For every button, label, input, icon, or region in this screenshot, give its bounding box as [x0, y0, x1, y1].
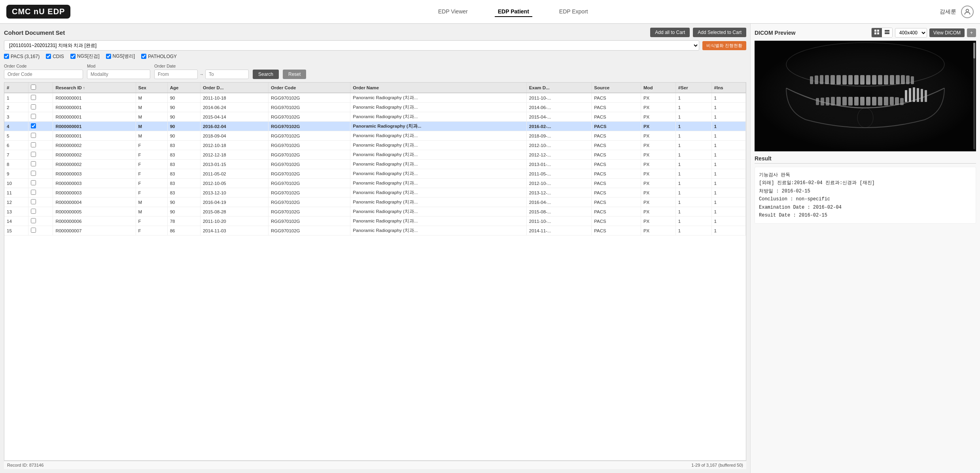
- cell-checkbox[interactable]: [28, 131, 53, 141]
- dicom-title: DICOM Preview: [755, 30, 871, 36]
- checkbox-ngs-jingeom[interactable]: NGS[진검]: [70, 53, 100, 60]
- avatar[interactable]: [961, 6, 974, 18]
- cell-mod: PX: [641, 112, 675, 122]
- cell-source: PACS: [592, 217, 641, 226]
- tab-edp-export[interactable]: EDP Export: [556, 7, 591, 17]
- tab-edp-patient[interactable]: EDP Patient: [495, 7, 532, 17]
- checkbox-ngs-byeongri[interactable]: NGS[병리]: [106, 53, 135, 60]
- grid-view-button[interactable]: [872, 28, 882, 37]
- table-row[interactable]: 6 R000000002 F 83 2012-10-18 RGG970102G …: [4, 141, 746, 150]
- table-row[interactable]: 14 R000000006 F 78 2011-10-20 RGG970102G…: [4, 217, 746, 226]
- table-row[interactable]: 3 R000000001 M 90 2015-04-14 RGG970102G …: [4, 112, 746, 122]
- cell-order-date: 2011-05-02: [200, 169, 268, 179]
- cell-research-id: R000000003: [53, 169, 136, 179]
- date-to-input[interactable]: [205, 70, 249, 79]
- cell-order-date: 2011-10-18: [200, 93, 268, 103]
- table-row[interactable]: 13 R000000005 M 90 2015-08-28 RGG970102G…: [4, 207, 746, 217]
- cell-ser: 1: [675, 103, 711, 112]
- cell-order-name: Panoramic Radiography (치과...: [350, 141, 526, 150]
- reset-button[interactable]: Reset: [283, 70, 306, 79]
- nonstandard-button[interactable]: 비식별화 진행현황: [702, 41, 746, 50]
- cell-checkbox[interactable]: [28, 188, 53, 198]
- select-all-checkbox[interactable]: [31, 85, 36, 90]
- cell-source: PACS: [592, 207, 641, 217]
- cell-order-code: RGG970102G: [269, 93, 350, 103]
- cell-research-id: R000000003: [53, 179, 136, 188]
- cell-checkbox[interactable]: [28, 207, 53, 217]
- cell-checkbox[interactable]: [28, 112, 53, 122]
- col-checkbox[interactable]: [28, 83, 53, 93]
- cell-num: 3: [4, 112, 28, 122]
- table-row[interactable]: 5 R000000001 M 90 2018-09-04 RGG970102G …: [4, 131, 746, 141]
- user-name: 감세룬: [940, 8, 956, 15]
- cell-ser: 1: [675, 188, 711, 198]
- cell-checkbox[interactable]: [28, 198, 53, 207]
- table-body: 1 R000000001 M 90 2011-10-18 RGG970102G …: [4, 93, 746, 236]
- col-exam-date: Exam D...: [526, 83, 591, 93]
- table-row[interactable]: 7 R000000002 F 83 2012-12-18 RGG970102G …: [4, 150, 746, 160]
- cell-checkbox[interactable]: [28, 179, 53, 188]
- tab-edp-viewer[interactable]: EDP Viewer: [435, 7, 471, 17]
- table-row[interactable]: 11 R000000003 F 83 2013-12-10 RGG970102G…: [4, 188, 746, 198]
- col-ser: #Ser: [675, 83, 711, 93]
- cell-num: 12: [4, 198, 28, 207]
- cell-checkbox[interactable]: [28, 226, 53, 236]
- cell-checkbox[interactable]: [28, 103, 53, 112]
- cell-order-name: Panoramic Radiography (치과...: [350, 198, 526, 207]
- cell-exam-date: 2014-06-...: [526, 103, 591, 112]
- cell-checkbox[interactable]: [28, 150, 53, 160]
- table-row[interactable]: 4 R000000001 M 90 2016-02-04 RGG970102G …: [4, 122, 746, 131]
- cell-mod: PX: [641, 188, 675, 198]
- cell-research-id: R000000004: [53, 198, 136, 207]
- cell-order-code: RGG970102G: [269, 217, 350, 226]
- add-selected-to-cart-button[interactable]: Add Selected to Cart: [693, 28, 746, 37]
- svg-rect-6: [885, 32, 889, 32]
- checkbox-pathology[interactable]: PATHOLOGY: [141, 54, 177, 59]
- list-view-button[interactable]: [882, 28, 892, 37]
- table-row[interactable]: 15 R000000007 F 86 2014-11-03 RGG970102G…: [4, 226, 746, 236]
- checkbox-pacs[interactable]: PACS (3,167): [4, 54, 40, 59]
- size-select[interactable]: 400x400 800x800 200x200: [895, 28, 927, 38]
- order-code-input[interactable]: [4, 70, 83, 79]
- cell-ser: 1: [675, 198, 711, 207]
- modality-input[interactable]: [87, 70, 150, 79]
- cell-ins: 1: [711, 226, 745, 236]
- record-id: Record ID: 873146: [7, 463, 44, 467]
- cell-ins: 1: [711, 131, 745, 141]
- cell-sex: F: [136, 179, 167, 188]
- cell-checkbox[interactable]: [28, 160, 53, 169]
- cell-exam-date: 2012-10-...: [526, 141, 591, 150]
- checkbox-cdis[interactable]: CDIS: [46, 54, 64, 59]
- cell-num: 8: [4, 160, 28, 169]
- plus-button[interactable]: +: [967, 28, 976, 37]
- cell-order-code: RGG970102G: [269, 112, 350, 122]
- cell-checkbox[interactable]: [28, 169, 53, 179]
- cell-order-code: RGG970102G: [269, 103, 350, 112]
- add-all-to-cart-button[interactable]: Add all to Cart: [650, 28, 690, 37]
- cell-age: 90: [167, 122, 200, 131]
- col-research-id[interactable]: Research ID: [53, 83, 136, 93]
- cell-ins: 1: [711, 179, 745, 188]
- cell-checkbox[interactable]: [28, 93, 53, 103]
- cell-research-id: R000000001: [53, 112, 136, 122]
- table-row[interactable]: 10 R000000003 F 83 2012-10-05 RGG970102G…: [4, 179, 746, 188]
- table-row[interactable]: 12 R000000004 M 90 2016-04-19 RGG970102G…: [4, 198, 746, 207]
- cohort-filter-select[interactable]: [20110101~20201231] 치매와 치과 [완료]: [4, 40, 699, 51]
- search-filters: Order Code Mod Order Date → Search Reset: [4, 64, 746, 79]
- cell-exam-date: 2015-04-...: [526, 112, 591, 122]
- table-row[interactable]: 9 R000000003 F 83 2011-05-02 RGG970102G …: [4, 169, 746, 179]
- cell-source: PACS: [592, 169, 641, 179]
- cell-checkbox[interactable]: [28, 122, 53, 131]
- cell-order-name: Panoramic Radiography (치과...: [350, 179, 526, 188]
- nav-tabs: EDP Viewer EDP Patient EDP Export: [86, 7, 940, 17]
- cell-checkbox[interactable]: [28, 141, 53, 150]
- table-row[interactable]: 2 R000000001 M 90 2014-06-24 RGG970102G …: [4, 103, 746, 112]
- table-row[interactable]: 8 R000000002 F 83 2013-01-15 RGG970102G …: [4, 160, 746, 169]
- cell-checkbox[interactable]: [28, 217, 53, 226]
- svg-point-0: [966, 9, 969, 12]
- view-dicom-button[interactable]: View DICOM: [929, 28, 965, 37]
- search-button[interactable]: Search: [253, 70, 279, 79]
- table-row[interactable]: 1 R000000001 M 90 2011-10-18 RGG970102G …: [4, 93, 746, 103]
- data-table-container: # Research ID Sex Age Order D... Order C…: [4, 82, 746, 461]
- date-from-input[interactable]: [154, 70, 198, 79]
